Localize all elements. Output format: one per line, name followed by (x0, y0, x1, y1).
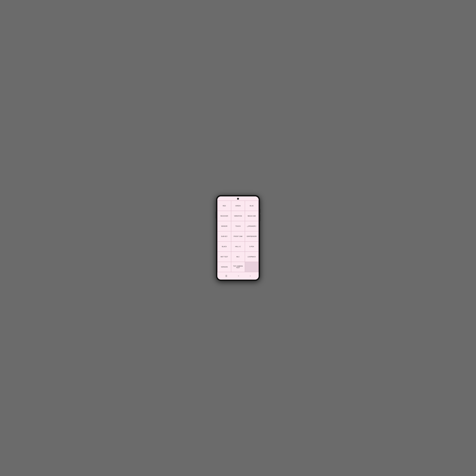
grid-label-s-pen: S-PEN (249, 246, 254, 247)
phone-frame: REDGREENBLUERECEIVERVIBRATIONMEGA CAMSEN… (216, 195, 260, 281)
grid-label-hall-ic: HALL IC (235, 246, 241, 247)
camera-bar (217, 196, 259, 201)
navigation-bar: ||| ○ ‹ (217, 272, 259, 280)
grid-label-mst-test: MST TEST (221, 256, 228, 257)
grid-cell-speaker[interactable]: △SPEAKER▽ (245, 221, 258, 231)
back-button[interactable]: ‹ (248, 274, 252, 278)
grid-label-touch: TOUCH (235, 225, 241, 227)
phone-screen: REDGREENBLUERECEIVERVIBRATIONMEGA CAMSEN… (217, 196, 259, 280)
grid-label-black: BLACK (222, 246, 227, 247)
grid-label-mega-cam: MEGA CAM (248, 215, 256, 217)
grid-cell-touch[interactable]: TOUCH (231, 221, 245, 231)
grid-cell-mst-test[interactable]: MST TEST (218, 252, 231, 262)
grid-cell-blue[interactable]: BLUE (245, 201, 258, 211)
grid-label-tof-camera-test: TOF CAMERA TEST (232, 265, 243, 269)
grid-cell-sub-key[interactable]: SUB KEY (218, 231, 231, 241)
grid-label-version: VERSION (221, 266, 228, 268)
home-button[interactable]: ○ (237, 274, 241, 278)
grid-cell-black[interactable]: BLACK (218, 242, 231, 252)
power-button[interactable] (260, 209, 260, 213)
bixby-button[interactable] (260, 214, 260, 221)
grid-label-front-cam: FRONT CAM (234, 236, 242, 237)
grid-label-gripsensor: GRIPSENSOR (247, 236, 256, 237)
grid-cell-gripsensor[interactable]: GRIPSENSOR (245, 231, 258, 241)
grid-cell-mlc[interactable]: MLC (231, 252, 245, 262)
grid-cell-front-cam[interactable]: FRONT CAM (231, 231, 245, 241)
grid-cell-empty-1 (245, 262, 258, 272)
grid-cell-hall-ic[interactable]: HALL IC (231, 242, 245, 252)
grid-label-green: GREEN (235, 205, 241, 207)
grid-label-mlc: MLC (237, 256, 240, 257)
test-menu-grid: REDGREENBLUERECEIVERVIBRATIONMEGA CAMSEN… (217, 201, 259, 272)
grid-label-blue: BLUE (250, 205, 254, 207)
grid-cell-red[interactable]: RED (218, 201, 231, 211)
grid-label-sub-key: SUB KEY (221, 236, 228, 237)
grid-cell-vibration[interactable]: VIBRATION (231, 211, 245, 221)
grid-cell-loopback[interactable]: LOOPBACK (245, 252, 258, 262)
grid-cell-version[interactable]: VERSION (218, 262, 231, 272)
recent-apps-button[interactable]: ||| (224, 274, 228, 278)
grid-label-receiver: RECEIVER (221, 215, 228, 217)
grid-cell-tof-camera-test[interactable]: TOF CAMERA TEST (231, 262, 245, 272)
volume-button[interactable] (216, 212, 216, 219)
grid-cell-mega-cam[interactable]: MEGA CAM (245, 211, 258, 221)
grid-label-sensor: SENSOR (221, 225, 227, 227)
grid-label-red: RED (223, 205, 226, 207)
grid-label-speaker: △SPEAKER▽ (247, 225, 256, 227)
front-camera (237, 198, 239, 200)
grid-cell-s-pen[interactable]: S-PEN (245, 242, 258, 252)
grid-cell-green[interactable]: GREEN (231, 201, 245, 211)
grid-cell-receiver[interactable]: RECEIVER (218, 211, 231, 221)
grid-label-vibration: VIBRATION (234, 215, 242, 217)
grid-label-loopback: LOOPBACK (248, 256, 256, 257)
grid-cell-sensor[interactable]: SENSOR (218, 221, 231, 231)
